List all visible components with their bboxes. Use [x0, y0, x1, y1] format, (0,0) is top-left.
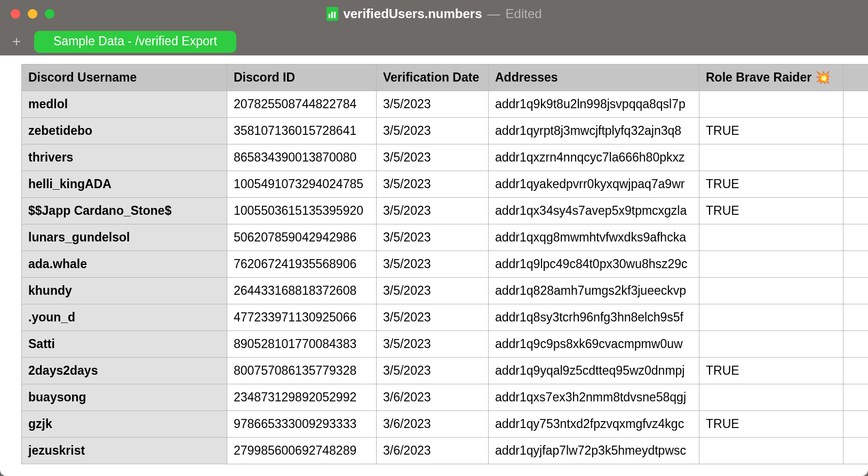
cell-address[interactable]: addr1q9yqal9z5cdtteq95wz0dnmpj: [489, 358, 699, 384]
cell-extra[interactable]: [843, 198, 869, 224]
cell-discord-id[interactable]: 865834390013870080: [227, 144, 377, 171]
cell-username[interactable]: helli_kingADA: [22, 171, 227, 198]
col-header-username[interactable]: Discord Username: [22, 64, 227, 91]
cell-verification-date[interactable]: 3/5/2023: [377, 118, 489, 144]
cell-discord-id[interactable]: 1005503615135395920: [227, 198, 377, 224]
cell-username[interactable]: $$Japp Cardano_Stone$: [22, 198, 227, 224]
cell-address[interactable]: addr1qxzrn4nnqcyc7la666h80pkxz: [489, 144, 699, 171]
cell-discord-id[interactable]: 358107136015728641: [227, 118, 377, 144]
cell-extra[interactable]: [843, 251, 869, 278]
fullscreen-window-button[interactable]: [45, 9, 54, 19]
cell-address[interactable]: addr1qx34sy4s7avep5x9tpmcxgzla: [489, 198, 699, 224]
cell-extra[interactable]: [843, 91, 869, 118]
cell-username[interactable]: lunars_gundelsol: [22, 224, 227, 251]
cell-username[interactable]: Satti: [22, 331, 227, 358]
col-header-role-brave-raider[interactable]: Role Brave Raider 💥: [699, 64, 843, 91]
window-controls: [11, 9, 54, 19]
add-sheet-button[interactable]: +: [9, 34, 25, 50]
cell-verification-date[interactable]: 3/5/2023: [377, 358, 489, 384]
cell-extra[interactable]: [843, 384, 869, 411]
cell-extra[interactable]: [843, 171, 869, 198]
cell-extra[interactable]: [843, 411, 869, 438]
cell-extra[interactable]: [843, 331, 869, 358]
cell-role-brave-raider[interactable]: [699, 144, 843, 171]
cell-extra[interactable]: [843, 438, 869, 464]
cell-role-brave-raider[interactable]: [699, 91, 843, 118]
cell-extra[interactable]: [843, 304, 869, 331]
cell-address[interactable]: addr1qyrpt8j3mwcjftplyfq32ajn3q8: [489, 118, 699, 144]
close-window-button[interactable]: [11, 9, 20, 19]
cell-extra[interactable]: [843, 144, 869, 171]
cell-address[interactable]: addr1q9c9ps8xk69cvacmpmw0uw: [489, 331, 699, 358]
cell-address[interactable]: addr1qy753ntxd2fpzvqxmgfvz4kgc: [489, 411, 699, 438]
cell-role-brave-raider[interactable]: TRUE: [699, 118, 843, 144]
spreadsheet-canvas[interactable]: Discord Username Discord ID Verification…: [0, 55, 868, 476]
cell-role-brave-raider[interactable]: [699, 331, 843, 358]
cell-discord-id[interactable]: 978665333009293333: [227, 411, 377, 438]
cell-discord-id[interactable]: 279985600692748289: [227, 438, 377, 464]
cell-discord-id[interactable]: 477233971130925066: [227, 304, 377, 331]
cell-address[interactable]: addr1q8sy3tcrh96nfg3hn8elch9s5f: [489, 304, 699, 331]
cell-discord-id[interactable]: 890528101770084383: [227, 331, 377, 358]
cell-verification-date[interactable]: 3/5/2023: [377, 198, 489, 224]
cell-verification-date[interactable]: 3/5/2023: [377, 304, 489, 331]
cell-extra[interactable]: [843, 118, 869, 144]
cell-username[interactable]: zebetidebo: [22, 118, 227, 144]
col-header-discord-id[interactable]: Discord ID: [227, 64, 377, 91]
cell-role-brave-raider[interactable]: [699, 224, 843, 251]
minimize-window-button[interactable]: [28, 9, 37, 19]
cell-discord-id[interactable]: 506207859042942986: [227, 224, 377, 251]
cell-role-brave-raider[interactable]: [699, 278, 843, 304]
sheet-tab-active[interactable]: Sample Data - /verified Export: [34, 31, 236, 53]
cell-verification-date[interactable]: 3/5/2023: [377, 331, 489, 358]
cell-username[interactable]: khundy: [22, 278, 227, 304]
cell-address[interactable]: addr1q828amh7umgs2kf3jueeckvp: [489, 278, 699, 304]
cell-discord-id[interactable]: 207825508744822784: [227, 91, 377, 118]
cell-username[interactable]: medlol: [22, 91, 227, 118]
cell-username[interactable]: jezuskrist: [22, 438, 227, 464]
cell-role-brave-raider[interactable]: TRUE: [699, 411, 843, 438]
cell-role-brave-raider[interactable]: [699, 304, 843, 331]
cell-verification-date[interactable]: 3/6/2023: [377, 384, 489, 411]
cell-verification-date[interactable]: 3/5/2023: [377, 278, 489, 304]
cell-address[interactable]: addr1qyjfap7lw72p3k5hmeydtpwsc: [489, 438, 699, 464]
cell-extra[interactable]: [843, 224, 869, 251]
col-header-addresses[interactable]: Addresses: [489, 64, 699, 91]
data-table: Discord Username Discord ID Verification…: [21, 64, 868, 464]
cell-extra[interactable]: [843, 358, 869, 384]
cell-verification-date[interactable]: 3/5/2023: [377, 91, 489, 118]
cell-username[interactable]: ada.whale: [22, 251, 227, 278]
cell-extra[interactable]: [843, 278, 869, 304]
cell-role-brave-raider[interactable]: TRUE: [699, 171, 843, 198]
cell-discord-id[interactable]: 264433168818372608: [227, 278, 377, 304]
cell-username[interactable]: .youn_d: [22, 304, 227, 331]
cell-verification-date[interactable]: 3/5/2023: [377, 171, 489, 198]
cell-role-brave-raider[interactable]: TRUE: [699, 358, 843, 384]
cell-discord-id[interactable]: 1005491073294024785: [227, 171, 377, 198]
cell-role-brave-raider[interactable]: TRUE: [699, 198, 843, 224]
cell-discord-id[interactable]: 762067241935568906: [227, 251, 377, 278]
cell-verification-date[interactable]: 3/5/2023: [377, 224, 489, 251]
col-header-verification-date[interactable]: Verification Date: [377, 64, 489, 91]
cell-role-brave-raider[interactable]: [699, 438, 843, 464]
cell-username[interactable]: 2days2days: [22, 358, 227, 384]
cell-address[interactable]: addr1qxs7ex3h2nmm8tdvsne58qgj: [489, 384, 699, 411]
cell-discord-id[interactable]: 234873129892052992: [227, 384, 377, 411]
cell-role-brave-raider[interactable]: [699, 384, 843, 411]
cell-role-brave-raider[interactable]: [699, 251, 843, 278]
cell-address[interactable]: addr1q9k9t8u2ln998jsvpqqa8qsl7p: [489, 91, 699, 118]
document-edited-status: Edited: [506, 6, 542, 21]
cell-username[interactable]: gzjk: [22, 411, 227, 438]
cell-address[interactable]: addr1qxqg8mwmhtvfwxdks9afhcka: [489, 224, 699, 251]
cell-username[interactable]: thrivers: [22, 144, 227, 171]
col-header-extra[interactable]: [843, 64, 869, 91]
cell-verification-date[interactable]: 3/5/2023: [377, 251, 489, 278]
cell-verification-date[interactable]: 3/6/2023: [377, 438, 489, 464]
table-row: khundy2644331688183726083/5/2023addr1q82…: [22, 278, 869, 304]
cell-verification-date[interactable]: 3/6/2023: [377, 411, 489, 438]
cell-verification-date[interactable]: 3/5/2023: [377, 144, 489, 171]
cell-username[interactable]: buaysong: [22, 384, 227, 411]
cell-address[interactable]: addr1qyakedpvrr0kyxqwjpaq7a9wr: [489, 171, 699, 198]
cell-address[interactable]: addr1q9lpc49c84t0px30wu8hsz29c: [489, 251, 699, 278]
cell-discord-id[interactable]: 800757086135779328: [227, 358, 377, 384]
